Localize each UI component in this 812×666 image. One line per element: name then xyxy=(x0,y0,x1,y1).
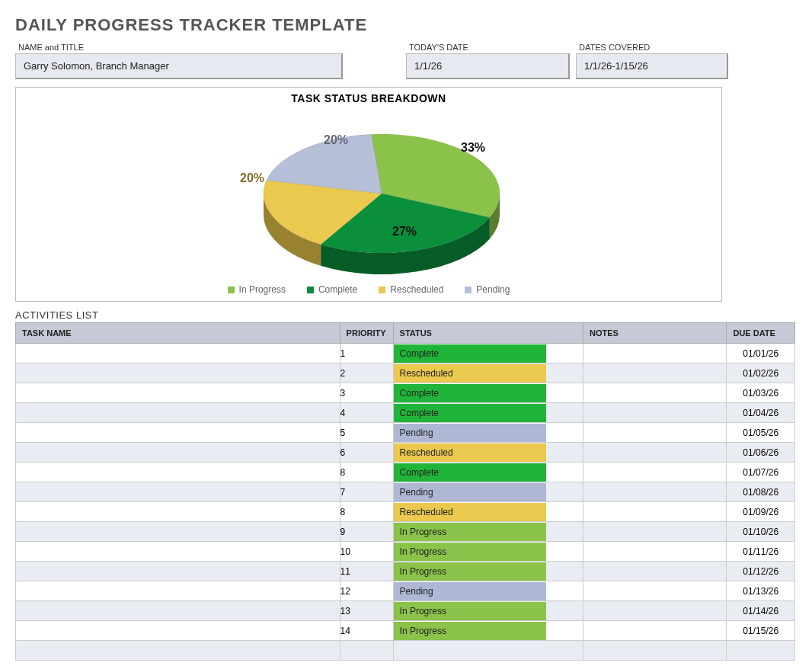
cell-notes[interactable] xyxy=(583,482,727,502)
cell-task[interactable] xyxy=(16,344,340,363)
cell-status[interactable]: In Progress xyxy=(393,601,583,621)
cell-task[interactable] xyxy=(16,363,340,383)
cell-due[interactable]: 01/12/26 xyxy=(727,562,795,581)
cell-priority[interactable]: 2 xyxy=(340,363,393,383)
cell-status[interactable]: Complete xyxy=(393,463,583,482)
cell-due[interactable]: 01/04/26 xyxy=(727,403,795,423)
cell-status[interactable]: In Progress xyxy=(393,621,583,641)
cell-task[interactable] xyxy=(16,581,340,601)
cell-priority[interactable]: 4 xyxy=(340,403,393,423)
cell-priority[interactable]: 12 xyxy=(340,581,393,601)
cell-task[interactable] xyxy=(16,423,340,443)
cell-notes[interactable] xyxy=(583,423,727,443)
status-pill: In Progress xyxy=(394,602,546,620)
cell-notes[interactable] xyxy=(583,363,727,383)
cell-notes[interactable] xyxy=(583,463,727,482)
cell-notes[interactable] xyxy=(583,443,727,463)
cell-notes[interactable] xyxy=(583,403,727,423)
cell-priority[interactable]: 13 xyxy=(340,601,393,621)
cell-priority[interactable] xyxy=(340,641,393,661)
status-pill: Pending xyxy=(394,424,546,442)
cell-due[interactable]: 01/07/26 xyxy=(727,463,795,482)
cell-due[interactable]: 01/13/26 xyxy=(727,581,795,601)
cell-priority[interactable]: 9 xyxy=(340,522,393,542)
cell-task[interactable] xyxy=(16,522,340,542)
cell-due[interactable]: 01/14/26 xyxy=(727,601,795,621)
cell-status[interactable]: In Progress xyxy=(393,522,583,542)
cell-due[interactable]: 01/09/26 xyxy=(727,502,795,522)
legend-swatch xyxy=(228,287,235,293)
cell-task[interactable] xyxy=(16,641,340,661)
status-pill: Rescheduled xyxy=(394,364,546,383)
cell-notes[interactable] xyxy=(583,344,727,363)
cell-status[interactable]: Pending xyxy=(393,581,583,601)
cell-task[interactable] xyxy=(16,403,340,423)
cell-priority[interactable]: 8 xyxy=(340,502,393,522)
today-value[interactable]: 1/1/26 xyxy=(406,53,570,79)
pie-label: 33% xyxy=(461,141,485,154)
chart-container: TASK STATUS BREAKDOWN 33%27%20%20% In Pr… xyxy=(15,87,722,302)
cell-status[interactable]: In Progress xyxy=(393,542,583,562)
status-pill: In Progress xyxy=(394,523,546,541)
cell-status[interactable]: Rescheduled xyxy=(393,363,583,383)
cell-task[interactable] xyxy=(16,562,340,581)
table-row: 5Pending01/05/26 xyxy=(16,423,795,443)
dates-value[interactable]: 1/1/26-1/15/26 xyxy=(576,53,728,79)
name-value[interactable]: Garry Solomon, Branch Manager xyxy=(15,53,343,79)
cell-status[interactable] xyxy=(393,641,583,661)
cell-status[interactable]: Pending xyxy=(393,482,583,502)
status-pill: Complete xyxy=(394,384,546,402)
cell-priority[interactable]: 3 xyxy=(340,383,393,403)
cell-due[interactable] xyxy=(727,641,795,661)
cell-priority[interactable]: 8 xyxy=(340,463,393,482)
cell-status[interactable]: Complete xyxy=(393,403,583,423)
cell-due[interactable]: 01/01/26 xyxy=(727,344,795,363)
cell-notes[interactable] xyxy=(583,542,727,562)
cell-priority[interactable]: 11 xyxy=(340,562,393,581)
legend-label: Pending xyxy=(476,284,510,295)
cell-status[interactable]: Complete xyxy=(393,383,583,403)
cell-status[interactable]: Pending xyxy=(393,423,583,443)
cell-status[interactable]: In Progress xyxy=(393,562,583,581)
cell-due[interactable]: 01/02/26 xyxy=(727,363,795,383)
cell-priority[interactable]: 5 xyxy=(340,423,393,443)
cell-status[interactable]: Rescheduled xyxy=(393,443,583,463)
cell-notes[interactable] xyxy=(583,502,727,522)
cell-priority[interactable]: 1 xyxy=(340,344,393,363)
cell-priority[interactable]: 14 xyxy=(340,621,393,641)
cell-due[interactable]: 01/03/26 xyxy=(727,383,795,403)
cell-notes[interactable] xyxy=(583,601,727,621)
cell-due[interactable]: 01/08/26 xyxy=(727,482,795,502)
status-pill: In Progress xyxy=(394,562,546,581)
cell-task[interactable] xyxy=(16,542,340,562)
cell-priority[interactable]: 7 xyxy=(340,482,393,502)
dates-field: DATES COVERED 1/1/26-1/15/26 xyxy=(576,43,728,79)
cell-notes[interactable] xyxy=(583,522,727,542)
table-row: 1Complete01/01/26 xyxy=(16,344,795,363)
activities-label: ACTIVITIES LIST xyxy=(15,309,797,321)
table-row: 11In Progress01/12/26 xyxy=(16,562,795,581)
cell-task[interactable] xyxy=(16,502,340,522)
cell-due[interactable]: 01/10/26 xyxy=(727,522,795,542)
cell-priority[interactable]: 10 xyxy=(340,542,393,562)
cell-task[interactable] xyxy=(16,383,340,403)
cell-status[interactable]: Complete xyxy=(393,344,583,363)
cell-status[interactable]: Rescheduled xyxy=(393,502,583,522)
cell-notes[interactable] xyxy=(583,581,727,601)
cell-due[interactable]: 01/06/26 xyxy=(727,443,795,463)
cell-notes[interactable] xyxy=(583,621,727,641)
cell-notes[interactable] xyxy=(583,562,727,581)
cell-task[interactable] xyxy=(16,463,340,482)
cell-task[interactable] xyxy=(16,443,340,463)
cell-task[interactable] xyxy=(16,482,340,502)
cell-task[interactable] xyxy=(16,621,340,641)
cell-notes[interactable] xyxy=(583,641,727,661)
cell-due[interactable]: 01/05/26 xyxy=(727,423,795,443)
cell-due[interactable]: 01/11/26 xyxy=(727,542,795,562)
cell-due[interactable]: 01/15/26 xyxy=(727,621,795,641)
table-row: 12Pending01/13/26 xyxy=(16,581,795,601)
cell-notes[interactable] xyxy=(583,383,727,403)
legend-item: Complete xyxy=(307,284,357,295)
cell-priority[interactable]: 6 xyxy=(340,443,393,463)
cell-task[interactable] xyxy=(16,601,340,621)
